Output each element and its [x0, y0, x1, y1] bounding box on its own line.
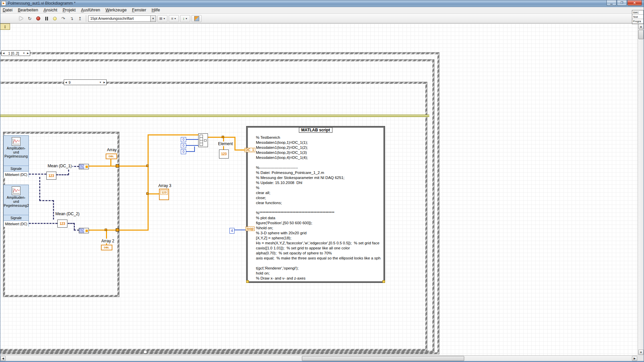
wire-dbl[interactable]: [234, 137, 235, 150]
mean-dc2-node[interactable]: 123: [57, 220, 67, 228]
wire-dynamic[interactable]: [74, 223, 75, 230]
express-vi-amplitude-2[interactable]: Amplituden- und Pegelmessung2 Signale Mi…: [3, 185, 29, 227]
wire-dynamic[interactable]: [29, 174, 46, 175]
case-selector-label[interactable]: 1 [0..2]: [5, 51, 21, 55]
scroll-up-button[interactable]: ▲: [638, 24, 644, 29]
express-vi-output-mittelwert[interactable]: Mittelwert (DC): [4, 221, 29, 227]
case-next-icon[interactable]: ▶: [26, 52, 30, 55]
convert-dynamic-data-node[interactable]: [79, 164, 89, 169]
wire-dynamic[interactable]: [39, 177, 40, 201]
menu-item[interactable]: Datei: [0, 7, 15, 13]
menu-item[interactable]: Hilfe: [149, 7, 163, 13]
wire-int[interactable]: [186, 151, 195, 152]
wire-dbl[interactable]: [148, 134, 149, 166]
outer-case-selector[interactable]: ◀ 1 [0..2] ▼ ▶: [1, 50, 30, 56]
font-selector[interactable]: 15pt Anwendungsschriftart: [88, 15, 151, 22]
express-vi-output-signale[interactable]: Signale: [4, 166, 29, 171]
index-array-node[interactable]: [198, 133, 208, 147]
wire-dbl[interactable]: [149, 193, 160, 194]
node-label-mean2[interactable]: Mean (DC_2): [55, 212, 80, 216]
horizontal-scrollbar[interactable]: ◀ ▶: [0, 355, 638, 361]
node-label-array[interactable]: Array: [106, 147, 117, 152]
wire-dynamic[interactable]: [56, 174, 69, 175]
menu-item[interactable]: Bearbeiten: [15, 7, 41, 13]
menu-item[interactable]: Fenster: [129, 7, 149, 13]
structure-divider[interactable]: [0, 115, 429, 117]
zero-constant-1[interactable]: 0: [181, 137, 186, 142]
array-indicator[interactable]: DBL: [106, 154, 117, 159]
vertical-scrollbar[interactable]: ▲ ▼: [638, 23, 644, 355]
structure-tunnel[interactable]: [116, 164, 119, 168]
menu-item[interactable]: Werkzeuge: [103, 7, 129, 13]
case-selector-label[interactable]: 9: [68, 80, 98, 84]
chevron-down-icon[interactable]: ▼: [22, 52, 26, 54]
wire-dynamic[interactable]: [29, 223, 57, 224]
wire-dbl[interactable]: [110, 159, 111, 166]
side-panel[interactable]: SMCTestProgra: [632, 10, 644, 24]
wire-dbl[interactable]: [149, 134, 198, 135]
node-label-mean1[interactable]: Mean (DC_1): [47, 164, 72, 168]
abort-button[interactable]: [34, 15, 42, 22]
run-button[interactable]: [17, 15, 25, 22]
wire-dbl[interactable]: [234, 149, 246, 150]
matlab-input-loop[interactable]: loop: [246, 227, 255, 231]
case-next-icon[interactable]: ▶: [103, 81, 106, 84]
pause-button[interactable]: [43, 15, 50, 22]
font-selector-dropdown[interactable]: ▼: [151, 15, 156, 22]
inner-case-selector[interactable]: ◀ 9 ▼ ▶: [64, 79, 107, 85]
scroll-down-button[interactable]: ▼: [638, 350, 644, 355]
horizontal-scroll-thumb[interactable]: [302, 356, 464, 361]
chevron-down-icon[interactable]: ▼: [98, 81, 103, 83]
convert-dynamic-data-node[interactable]: [79, 228, 89, 233]
four-constant[interactable]: 4: [229, 228, 234, 234]
divider-handle[interactable]: ▲▼: [0, 23, 10, 30]
wire-dynamic[interactable]: [53, 200, 54, 220]
close-button[interactable]: ✕: [627, 0, 642, 6]
maximize-button[interactable]: ❐: [617, 0, 627, 6]
distribute-objects-button[interactable]: ≡▼: [169, 15, 179, 22]
matlab-input-dc1[interactable]: DC_1: [245, 148, 255, 152]
node-label-array3[interactable]: Array 3: [158, 183, 172, 188]
highlight-execution-button[interactable]: [51, 15, 59, 22]
minimize-button[interactable]: ▁: [606, 0, 616, 6]
menu-item[interactable]: Projekt: [60, 7, 78, 13]
wire-dynamic[interactable]: [74, 230, 79, 231]
wire-int[interactable]: [186, 139, 199, 140]
structure-tunnel[interactable]: [116, 228, 119, 232]
matlab-script-code[interactable]: % TestbereichMessdaten1(loop,1)=DC_1(1);…: [256, 135, 383, 281]
node-label-array2[interactable]: Array 2: [101, 239, 115, 243]
resize-handle[interactable]: [382, 280, 385, 283]
express-vi-output-mittelwert[interactable]: Mittelwert (DC): [4, 171, 29, 178]
element-indicator[interactable]: 123: [219, 149, 229, 159]
step-out-button[interactable]: ↥: [76, 15, 84, 22]
express-vi-amplitude-1[interactable]: Amplituden- und Pegelmessung Signale Mit…: [3, 135, 29, 177]
scroll-right-button[interactable]: ▶: [632, 356, 637, 361]
align-objects-button[interactable]: ⊞▼: [157, 15, 167, 22]
node-label-element[interactable]: Element: [217, 141, 233, 146]
wire-int[interactable]: [194, 146, 195, 152]
step-into-button[interactable]: ↴: [68, 15, 75, 22]
mean-dc1-node[interactable]: 123: [46, 172, 56, 180]
matlab-script-node[interactable]: MATLAB script % TestbereichMessdaten1(lo…: [247, 126, 385, 283]
wire-int[interactable]: [186, 145, 199, 146]
scroll-left-button[interactable]: ◀: [0, 356, 6, 361]
resize-objects-button[interactable]: ↕▼: [180, 15, 190, 22]
wire-int[interactable]: [234, 230, 246, 230]
menu-item[interactable]: Ansicht: [41, 7, 60, 13]
wire-dynamic[interactable]: [39, 200, 54, 201]
menu-item[interactable]: Ausführen: [78, 7, 103, 13]
array2-indicator[interactable]: DBL: [101, 245, 112, 250]
express-vi-output-signale[interactable]: Signale: [4, 215, 29, 221]
vertical-scroll-thumb[interactable]: [638, 30, 644, 39]
zero-constant-2[interactable]: 0: [181, 143, 186, 148]
retain-wire-values-button[interactable]: ↷: [59, 15, 67, 22]
run-continuous-button[interactable]: ↻: [26, 15, 34, 22]
case-prev-icon[interactable]: ◀: [64, 81, 68, 84]
case-prev-icon[interactable]: ◀: [2, 52, 5, 55]
resize-handle[interactable]: [246, 280, 249, 283]
wire-dynamic[interactable]: [68, 223, 74, 224]
zero-constant-3[interactable]: 0: [181, 149, 186, 154]
block-diagram-canvas[interactable]: ◀ 1 [0..2] ▼ ▶ ◀ 9 ▼ ▶ ▲▼ Amplituden- un…: [0, 23, 638, 355]
array3-constant[interactable]: 123: [159, 189, 169, 200]
title-bar[interactable]: Polmessung_aut1.vi Blockdiagramm *: [0, 0, 644, 7]
